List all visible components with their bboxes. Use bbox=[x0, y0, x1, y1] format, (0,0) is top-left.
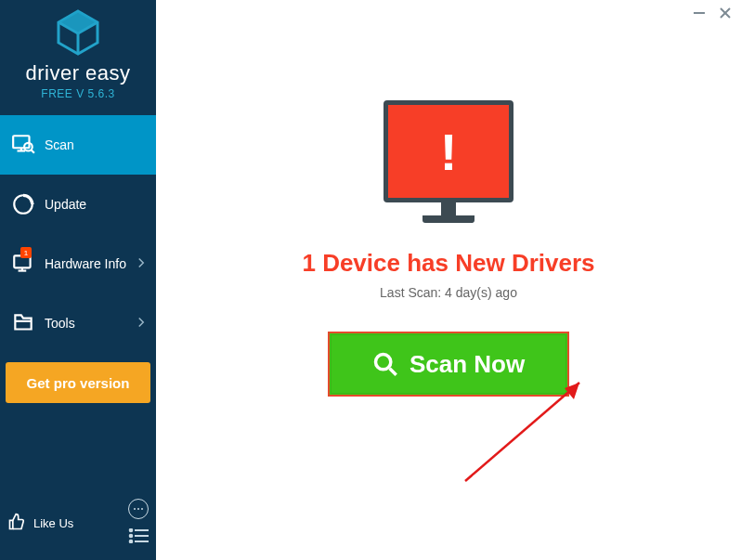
scan-now-button[interactable]: Scan Now bbox=[328, 332, 569, 397]
sidebar-item-update[interactable]: Update bbox=[0, 175, 156, 234]
thumbs-up-icon bbox=[7, 513, 26, 534]
svg-marker-1 bbox=[58, 11, 98, 33]
svg-line-26 bbox=[390, 369, 396, 375]
get-pro-label: Get pro version bbox=[27, 375, 130, 391]
monitor-stand bbox=[441, 202, 456, 215]
sidebar-item-label: Tools bbox=[45, 316, 137, 331]
alert-monitor-graphic: ! bbox=[384, 100, 514, 223]
feedback-icon[interactable] bbox=[128, 499, 149, 519]
sidebar-item-tools[interactable]: Tools bbox=[0, 293, 156, 353]
search-icon bbox=[372, 351, 398, 377]
tools-icon bbox=[11, 311, 35, 335]
sidebar-item-label: Update bbox=[45, 197, 145, 212]
get-pro-button[interactable]: Get pro version bbox=[6, 362, 150, 403]
svg-point-18 bbox=[130, 535, 133, 538]
titlebar bbox=[156, 0, 741, 28]
brand-block: driver easy FREE V 5.6.3 bbox=[0, 0, 156, 108]
svg-line-6 bbox=[32, 150, 34, 152]
hardware-badge: 1 bbox=[20, 247, 32, 258]
brand-logo-icon bbox=[55, 9, 101, 56]
svg-point-25 bbox=[375, 355, 390, 370]
svg-point-16 bbox=[130, 529, 133, 532]
scan-result-headline: 1 Device has New Drivers bbox=[156, 249, 741, 278]
svg-point-20 bbox=[130, 540, 133, 543]
main-area: ! 1 Device has New Drivers Last Scan: 4 … bbox=[156, 0, 741, 560]
like-us-button[interactable]: Like Us bbox=[7, 513, 73, 534]
svg-point-15 bbox=[141, 508, 143, 510]
alert-monitor-screen: ! bbox=[384, 100, 514, 202]
sidebar-item-label: Hardware Info bbox=[45, 256, 137, 271]
alert-mark: ! bbox=[440, 122, 458, 182]
brand-name: driver easy bbox=[0, 61, 156, 85]
update-icon bbox=[11, 192, 35, 216]
sidebar: driver easy FREE V 5.6.3 Scan bbox=[0, 0, 156, 560]
chevron-right-icon bbox=[137, 316, 145, 331]
sidebar-item-scan[interactable]: Scan bbox=[0, 115, 156, 175]
chevron-right-icon bbox=[137, 256, 145, 271]
like-us-label: Like Us bbox=[33, 516, 73, 530]
monitor-base bbox=[422, 215, 474, 223]
menu-list-icon[interactable] bbox=[128, 528, 149, 547]
scan-now-label: Scan Now bbox=[410, 350, 525, 379]
sidebar-item-hardware-info[interactable]: 1 Hardware Info bbox=[0, 234, 156, 293]
svg-point-13 bbox=[134, 508, 136, 510]
sidebar-utility-icons bbox=[128, 499, 149, 547]
brand-version: FREE V 5.6.3 bbox=[0, 87, 156, 100]
svg-rect-2 bbox=[13, 136, 29, 148]
sidebar-bottom: Like Us bbox=[0, 489, 156, 560]
svg-line-27 bbox=[465, 383, 579, 481]
scan-icon bbox=[11, 133, 35, 157]
sidebar-item-label: Scan bbox=[45, 137, 145, 152]
minimize-icon[interactable] bbox=[693, 7, 706, 23]
close-icon[interactable] bbox=[719, 7, 732, 23]
last-scan-text: Last Scan: 4 day(s) ago bbox=[156, 285, 741, 300]
sidebar-nav: Scan Update bbox=[0, 115, 156, 353]
svg-point-14 bbox=[137, 508, 139, 510]
